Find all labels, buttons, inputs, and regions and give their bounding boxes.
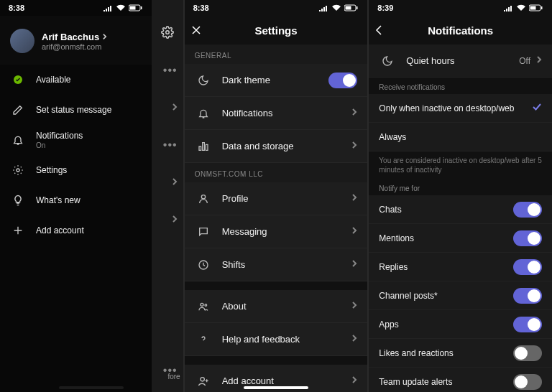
moon-icon [379,55,396,67]
apps-toggle[interactable] [513,317,542,332]
row-shifts[interactable]: Shifts [185,248,368,281]
row-channel-posts[interactable]: Channel posts* [369,281,552,310]
svg-rect-3 [141,6,142,9]
gear-icon [10,164,26,176]
chevron-right-icon [536,55,542,66]
replies-toggle[interactable] [513,259,542,275]
drawer-presence[interactable]: Available [0,65,152,95]
mentions-toggle[interactable] [513,230,542,246]
svg-rect-2 [130,6,136,10]
help-icon [195,334,212,345]
svg-rect-15 [541,6,543,9]
chevron-right-icon [351,334,357,345]
notifications-sub: On [36,141,83,149]
row-mentions[interactable]: Mentions [369,224,552,253]
settings-label: Settings [36,165,67,175]
status-bar: 8:39 [369,0,552,16]
team-alerts-label: Team update alerts [379,377,513,387]
inactive-note: You are considered inactive on desktop/w… [369,151,552,179]
gear-icon[interactable] [161,26,174,42]
svg-point-12 [201,377,204,381]
row-notifications[interactable]: Notifications [185,97,368,130]
checkmark-icon [532,102,542,114]
drawer-notifications[interactable]: Notifications On [0,125,152,155]
drawer-settings[interactable]: Settings [0,155,152,185]
row-about[interactable]: About [185,290,368,323]
channel-posts-label: Channel posts* [379,291,513,301]
bell-icon [195,108,212,119]
row-chats[interactable]: Chats [369,195,552,224]
notify-section-label: Notify me for [369,179,552,195]
status-bar: 8:38 [185,0,368,16]
svg-point-4 [17,169,19,172]
option-inactive-label: Only when inactive on desktop/web [379,103,532,113]
chevron-right-icon[interactable] [172,213,178,226]
row-messaging[interactable]: Messaging [185,215,368,248]
likes-label: Likes and reactions [379,348,513,358]
teams-icon [195,301,212,312]
chevron-right-icon [351,259,357,270]
more-icon[interactable]: ••• [163,139,178,151]
row-help[interactable]: Help and feedback [185,323,368,356]
row-replies[interactable]: Replies [369,253,552,281]
user-name: Arif Bacchus [42,32,99,42]
drawer-whats-new[interactable]: What's new [0,185,152,215]
profile-header[interactable]: Arif Bacchus arif@onmsft.com [0,16,152,65]
data-storage-label: Data and storage [222,141,352,151]
back-button[interactable] [374,24,383,36]
row-profile[interactable]: Profile [185,182,368,215]
plus-icon [10,225,26,236]
chevron-right-icon [351,301,357,312]
help-label: Help and feedback [222,334,352,345]
row-dark-theme[interactable]: Dark theme [185,64,368,97]
option-always[interactable]: Always [369,123,552,151]
bell-icon [10,134,26,146]
chat-icon [195,226,212,238]
presence-label: Available [36,75,70,85]
phone-screen-settings: 8:38 Settings GENERAL Dark theme Notific… [185,0,368,392]
data-icon [195,141,212,152]
status-message-label: Set status message [36,105,111,115]
row-quiet-hours[interactable]: Quiet hours Off [369,45,552,78]
underlay-peek: ••• ••• ••• [152,0,183,392]
about-label: About [222,301,352,312]
header: Settings [185,16,368,45]
close-button[interactable] [190,24,202,36]
drawer-add-account[interactable]: Add account [0,215,152,246]
drawer-status-message[interactable]: Set status message [0,95,152,125]
svg-rect-7 [356,6,358,9]
row-likes[interactable]: Likes and reactions [369,339,552,368]
receive-section-label: Receive notifications [369,78,552,94]
channel-posts-toggle[interactable] [513,288,542,304]
dark-theme-label: Dark theme [222,75,329,85]
likes-toggle[interactable] [513,345,542,361]
chevron-right-icon [351,141,357,151]
chevron-right-icon[interactable] [172,101,178,114]
add-account-label: Add account [222,375,352,386]
section-org: ONMSFT.COM LLC [185,163,368,182]
home-indicator[interactable] [244,386,308,389]
team-alerts-toggle[interactable] [513,374,542,390]
notifications-label: Notifications [36,131,83,141]
row-data-storage[interactable]: Data and storage [185,130,368,163]
add-user-icon [195,375,212,387]
chevron-right-icon [351,375,357,386]
page-title: Settings [254,24,297,37]
dark-theme-toggle[interactable] [328,73,357,88]
option-always-label: Always [379,132,542,142]
chats-toggle[interactable] [513,202,542,218]
chevron-right-icon [351,226,357,237]
chevron-right-icon [351,193,357,204]
side-drawer: 8:38 Arif Bacchus arif@onmsft.com Availa [0,0,152,392]
profile-label: Profile [222,193,352,204]
header: Notifications [369,16,552,45]
svg-point-0 [165,31,169,34]
clock-icon [195,259,212,271]
more-icon[interactable]: ••• [163,64,178,77]
row-team-alerts[interactable]: Team update alerts [369,368,552,392]
row-apps[interactable]: Apps [369,310,552,339]
status-bar: 8:38 [0,0,152,16]
phone-screen-notifications: 8:39 Notifications Quiet hours Off Recei… [369,0,552,392]
option-inactive[interactable]: Only when inactive on desktop/web [369,94,552,123]
chevron-right-icon[interactable] [172,176,178,189]
